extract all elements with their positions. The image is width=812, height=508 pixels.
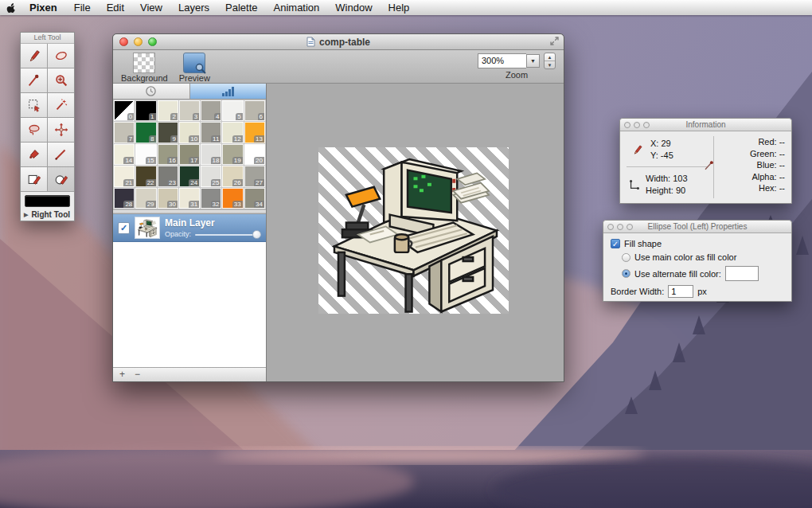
- tool-rectangle[interactable]: [21, 167, 47, 191]
- layer-row-main[interactable]: ✓ Main Layer Opacity:: [113, 214, 266, 242]
- swatch-number: 14: [123, 157, 134, 164]
- border-width-field[interactable]: [668, 285, 693, 298]
- tool-eyedropper[interactable]: [21, 68, 47, 92]
- palette-swatch-32[interactable]: 32: [201, 188, 221, 209]
- palette-swatch-11[interactable]: 11: [201, 122, 221, 143]
- close-button[interactable]: [119, 37, 128, 46]
- right-tool-footer[interactable]: ▶ Right Tool: [21, 209, 74, 221]
- fill-shape-label: Fill shape: [624, 239, 662, 248]
- menu-item-layers[interactable]: Layers: [170, 2, 217, 14]
- palette-swatch-28[interactable]: 28: [114, 188, 135, 209]
- menu-item-animation[interactable]: Animation: [266, 2, 328, 14]
- zoom-dropdown-button[interactable]: ▼: [526, 54, 540, 68]
- palette-swatch-26[interactable]: 26: [222, 166, 243, 186]
- tool-move[interactable]: [48, 118, 74, 142]
- menu-item-view[interactable]: View: [132, 2, 170, 14]
- palette-swatch-15[interactable]: 15: [135, 144, 156, 165]
- add-layer-button[interactable]: +: [119, 369, 125, 381]
- swatch-number: 7: [127, 135, 134, 143]
- palette-swatch-13[interactable]: 13: [244, 122, 265, 143]
- main-color-radio[interactable]: [622, 253, 630, 262]
- tool-zoom[interactable]: [48, 68, 74, 92]
- tab-frequency[interactable]: [190, 84, 267, 100]
- tool-ellipse[interactable]: [48, 167, 74, 191]
- zoom-window-button[interactable]: [148, 37, 157, 46]
- panel-close-button[interactable]: [624, 122, 630, 128]
- zoom-stepper[interactable]: ▲ ▼: [544, 53, 556, 69]
- panel-minimize-button[interactable]: [634, 122, 640, 128]
- tool-magic-wand[interactable]: [48, 93, 74, 117]
- layer-visibility-checkbox[interactable]: ✓: [118, 222, 130, 234]
- tool-selection[interactable]: [21, 93, 47, 117]
- palette-swatch-30[interactable]: 30: [158, 188, 178, 209]
- palette-swatch-0[interactable]: 0: [114, 100, 135, 121]
- palette-swatch-7[interactable]: 7: [114, 122, 135, 143]
- palette-swatch-33[interactable]: 33: [222, 188, 243, 209]
- palette-swatch-25[interactable]: 25: [201, 166, 221, 186]
- palette-swatch-2[interactable]: 2: [158, 100, 178, 121]
- palette-swatch-18[interactable]: 18: [201, 144, 221, 165]
- palette-swatch-3[interactable]: 3: [179, 100, 200, 121]
- alternate-color-radio[interactable]: [622, 269, 630, 278]
- remove-layer-button[interactable]: −: [135, 369, 140, 381]
- information-titlebar[interactable]: Information: [620, 119, 791, 131]
- canvas[interactable]: [318, 147, 509, 314]
- resize-icon[interactable]: [550, 37, 559, 45]
- palette-swatch-16[interactable]: 16: [158, 144, 178, 165]
- tool-eraser[interactable]: [48, 44, 74, 68]
- palette-swatch-27[interactable]: 27: [244, 166, 265, 186]
- swatch-number: 1: [149, 113, 155, 120]
- palette-swatch-20[interactable]: 20: [244, 144, 265, 165]
- opacity-slider-knob[interactable]: [252, 230, 261, 239]
- stepper-up-icon[interactable]: ▲: [545, 53, 555, 61]
- tool-grid: [21, 44, 74, 192]
- window-titlebar[interactable]: comp-table: [113, 34, 564, 50]
- palette-swatch-21[interactable]: 21: [114, 166, 135, 186]
- apple-menu[interactable]: [0, 2, 21, 14]
- palette-swatch-34[interactable]: 34: [244, 188, 265, 209]
- palette-swatch-29[interactable]: 29: [135, 188, 156, 209]
- palette-swatch-4[interactable]: 4: [201, 100, 221, 121]
- opacity-slider[interactable]: [195, 230, 261, 239]
- palette-swatch-23[interactable]: 23: [158, 166, 178, 186]
- panel-minimize-button[interactable]: [617, 224, 623, 230]
- current-color-swatch[interactable]: [25, 195, 70, 207]
- menu-item-file[interactable]: File: [66, 2, 99, 14]
- palette-swatch-6[interactable]: 6: [244, 100, 265, 121]
- palette-swatch-12[interactable]: 12: [222, 122, 243, 143]
- panel-zoom-button[interactable]: [627, 224, 633, 230]
- palette-swatch-24[interactable]: 24: [179, 166, 200, 186]
- palette-swatch-19[interactable]: 19: [222, 144, 243, 165]
- background-button[interactable]: Background: [121, 53, 168, 83]
- palette-swatch-31[interactable]: 31: [179, 188, 200, 209]
- panel-zoom-button[interactable]: [643, 122, 650, 128]
- palette-swatch-8[interactable]: 8: [135, 122, 156, 143]
- panel-close-button[interactable]: [607, 224, 614, 230]
- menu-item-app[interactable]: Pixen: [21, 2, 66, 14]
- palette-swatch-10[interactable]: 10: [179, 122, 200, 143]
- tab-history[interactable]: [113, 84, 190, 100]
- ellipse-panel-titlebar[interactable]: Ellipse Tool (Left) Properties: [603, 221, 791, 233]
- alternate-color-well[interactable]: [725, 266, 759, 281]
- preview-button[interactable]: Preview: [179, 53, 210, 83]
- menu-item-help[interactable]: Help: [381, 2, 418, 14]
- zoom-value-field[interactable]: 300%: [478, 53, 526, 68]
- palette-swatch-17[interactable]: 17: [179, 144, 200, 165]
- palette-swatch-14[interactable]: 14: [114, 144, 135, 165]
- palette-swatch-1[interactable]: 1: [135, 100, 156, 121]
- menu-item-window[interactable]: Window: [327, 2, 380, 14]
- fill-shape-checkbox[interactable]: ✓: [611, 239, 620, 248]
- tool-line[interactable]: [48, 143, 74, 166]
- menu-item-palette[interactable]: Palette: [217, 2, 265, 14]
- palette-swatch-5[interactable]: 5: [222, 100, 243, 121]
- tool-pencil[interactable]: [21, 44, 47, 68]
- stepper-down-icon[interactable]: ▼: [545, 61, 555, 68]
- palette-swatch-22[interactable]: 22: [135, 166, 156, 186]
- menu-item-edit[interactable]: Edit: [99, 2, 132, 14]
- palette-swatch-9[interactable]: 9: [158, 122, 178, 143]
- tool-lasso[interactable]: [21, 118, 47, 142]
- disclosure-triangle-icon: ▶: [24, 212, 28, 218]
- minimize-button[interactable]: [134, 37, 142, 46]
- swatch-number: 25: [211, 179, 221, 186]
- tool-fill[interactable]: [21, 143, 47, 166]
